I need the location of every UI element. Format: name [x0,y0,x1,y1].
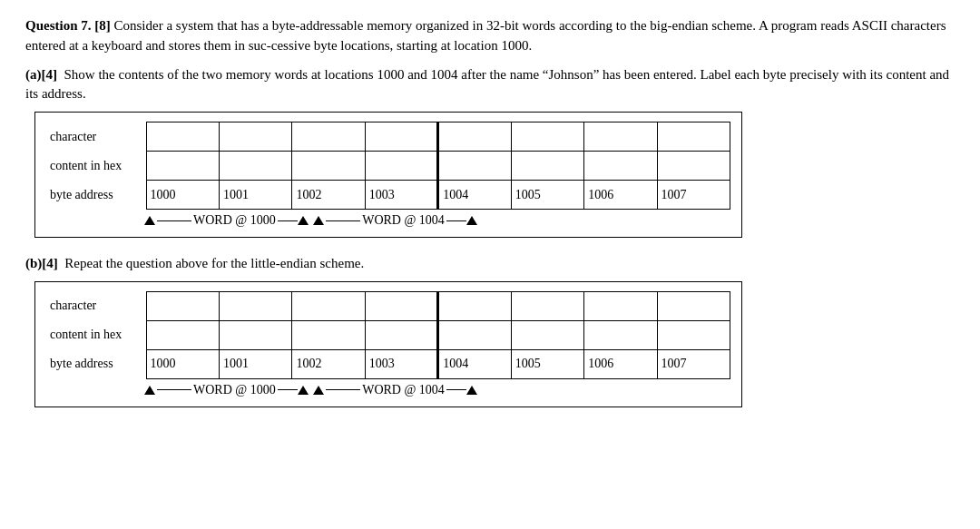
dash2-a [278,220,298,221]
table-row-character-b: character [46,291,730,320]
character-label-b: character [46,291,146,320]
word-labels-b: WORD @ 1000 WORD @ 1004 [144,383,730,397]
word1-label-b: WORD @ 1000 [193,383,276,397]
cell-b-char-2 [292,291,365,320]
part-b-label-block: (b)[4] Repeat the question above for the… [25,254,955,274]
cell-a-hex-7 [657,152,730,181]
arrow-word2-end-b [466,386,477,395]
cell-a-char-5 [511,122,583,152]
cell-b-char-1 [219,291,291,320]
table-b-container: character content in hex byte address 10… [34,281,742,407]
cell-b-char-5 [511,291,583,320]
cell-b-char-7 [657,291,730,320]
arrow-word1-start-a [144,216,155,225]
cell-a-char-2 [292,122,365,152]
cell-a-addr-1: 1001 [219,181,291,210]
arrow-word2-start-a [313,216,324,225]
cell-b-char-6 [584,291,657,320]
word1-label-a: WORD @ 1000 [193,213,276,228]
cell-b-hex-2 [292,320,365,349]
arrow-word2-end-a [466,216,477,225]
cell-b-addr-4: 1004 [438,349,511,378]
cell-b-addr-3: 1003 [365,349,437,378]
arrow-word2-start-b [313,386,324,395]
cell-a-hex-4 [438,152,511,181]
question-text: Question 7. [8] Consider a system that h… [25,16,955,56]
dash2-b [278,389,298,390]
cell-b-addr-2: 1002 [292,349,365,378]
cell-b-hex-7 [657,320,730,349]
cell-a-hex-6 [584,152,657,181]
cell-a-char-4 [438,122,511,152]
memory-table-b: character content in hex byte address 10… [46,291,730,379]
table-row-hex: content in hex [46,152,730,181]
cell-b-hex-5 [511,320,583,349]
cell-a-hex-0 [146,152,219,181]
cell-a-char-0 [146,122,219,152]
cell-b-hex-3 [365,320,437,349]
character-label: character [46,122,146,152]
cell-a-addr-6: 1006 [584,181,657,210]
dash3-a [326,220,360,221]
word2-label-b: WORD @ 1004 [362,383,445,397]
cell-a-hex-1 [219,152,291,181]
address-label: byte address [46,181,146,210]
cell-b-addr-7: 1007 [657,349,730,378]
hex-label: content in hex [46,152,146,181]
part-a-label: (a)[4] [25,67,57,82]
dash1-b [157,389,191,390]
cell-a-addr-3: 1003 [365,181,437,210]
cell-b-char-0 [146,291,219,320]
dash1-a [157,220,191,221]
cell-a-addr-2: 1002 [292,181,365,210]
memory-table-a: character content in hex byte address 10… [46,122,730,210]
cell-b-addr-1: 1001 [219,349,291,378]
cell-a-hex-2 [292,152,365,181]
part-b-text: Repeat the question above for the little… [64,256,364,270]
cell-b-hex-6 [584,320,657,349]
cell-b-addr-5: 1005 [511,349,583,378]
part-a-label-block: (a)[4] Show the contents of the two memo… [25,65,955,105]
dash4-a [446,220,466,221]
cell-b-char-3 [365,291,437,320]
cell-a-char-3 [365,122,437,152]
part-a-text: Show the contents of the two memory word… [25,67,949,102]
question-points: [8] [94,18,111,33]
table-row-address-b: byte address 1000 1001 1002 1003 1004 10… [46,349,730,378]
arrow-word1-start-b [144,386,155,395]
dash3-b [326,389,360,390]
cell-b-hex-4 [438,320,511,349]
arrow-word1-end-a [298,216,309,225]
cell-a-char-1 [219,122,291,152]
dash4-b [446,389,466,390]
question-number: Question 7. [25,18,92,33]
arrow-word1-end-b [298,386,309,395]
question-body1: Consider a system that has a byte-addres… [25,18,946,53]
cell-a-hex-3 [365,152,437,181]
hex-label-b: content in hex [46,320,146,349]
table-row-character: character [46,122,730,152]
table-row-hex-b: content in hex [46,320,730,349]
cell-b-addr-6: 1006 [584,349,657,378]
word-labels-a: WORD @ 1000 WORD @ 1004 [144,213,730,228]
cell-a-addr-4: 1004 [438,181,511,210]
cell-a-addr-5: 1005 [511,181,583,210]
word2-label-a: WORD @ 1004 [362,213,445,228]
cell-a-char-6 [584,122,657,152]
cell-b-addr-0: 1000 [146,349,219,378]
cell-b-hex-1 [219,320,291,349]
cell-a-addr-7: 1007 [657,181,730,210]
cell-a-hex-5 [511,152,583,181]
table-a-container: character content in hex byte address 10… [34,112,742,238]
cell-a-char-7 [657,122,730,152]
part-b-label: (b)[4] [25,256,58,270]
address-label-b: byte address [46,349,146,378]
cell-a-addr-0: 1000 [146,181,219,210]
table-row-address: byte address 1000 1001 1002 1003 1004 10… [46,181,730,210]
cell-b-char-4 [438,291,511,320]
cell-b-hex-0 [146,320,219,349]
